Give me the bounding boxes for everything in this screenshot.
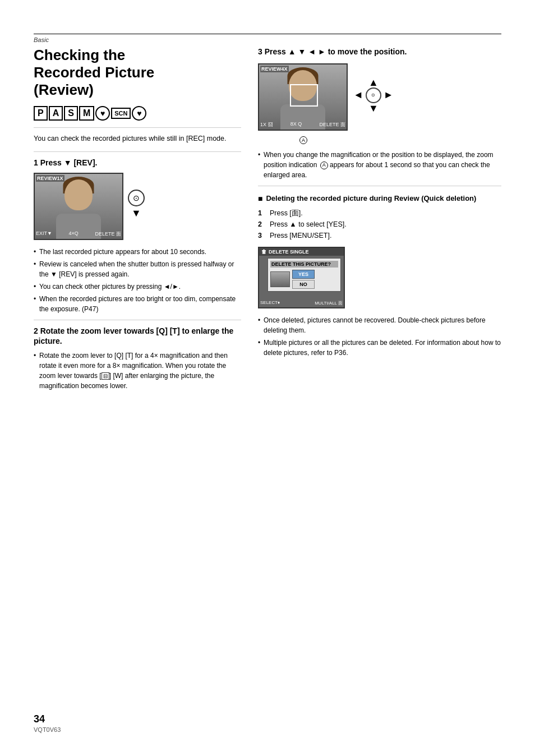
step3-8x-label: 8X Q [290,121,302,128]
arrow-right: ► [384,89,394,101]
arrow-down: ▼ [368,103,379,113]
delete-step-3: 3 Press [MENU/SET]. [258,230,501,241]
divider-2 [34,151,241,152]
step1-screen-label-top: REVIEW1X [36,175,64,182]
delete-screen: 🗑 DELETE SINGLE DELETE THIS PICTURE? YES… [258,247,345,308]
step1-zoom-lever: ⊙ ▼ [128,190,145,219]
delete-photo-thumb [270,271,290,287]
mode-heart2: ♥ [132,106,146,121]
delete-bullet-1: Once deleted, pictures cannot be recover… [258,315,501,335]
step3-screen-label-bottom: 1X 囧 8X Q DELETE 面 [260,121,345,128]
delete-no-button[interactable]: NO [292,280,315,289]
delete-section-title-text: Deleting the recorded picture during Rev… [266,194,476,202]
step1-heading: 1 Press ▼ [REV]. [34,158,241,168]
annotation-a-label: A [299,136,307,144]
step3-1x-label: 1X 囧 [260,121,273,128]
step1-bullet-4: When the recorded pictures are too brigh… [34,294,241,314]
step1-face [64,179,93,210]
mode-m: M [79,106,94,121]
step3-screen-wrap: REVIEW4X 1X 囧 8X Q DELETE 面 A ▲ [258,63,501,144]
intro-text: You can check the recorded pictures whil… [34,133,241,144]
delete-screen-footer: SELECT♦ MULTI/ALL 面 [260,300,343,306]
divider-3 [34,320,241,320]
page-code: VQT0V63 [34,726,61,733]
step1-camera-screen: REVIEW1X EXIT▼ 4×Q DELETE 面 [34,173,123,240]
delete-screen-header: 🗑 DELETE SINGLE [259,248,344,256]
step3-bullets: When you change the magnification or the… [258,150,501,180]
delete-step-1: 1 Press [面]. [258,208,501,219]
delete-dialog: DELETE THIS PICTURE? YES NO [268,258,341,292]
step3-heading-text: 3 Press ▲ ▼ ◄ ► to move the position. [258,47,407,56]
arrow-left: ◄ [353,89,363,101]
delete-yes-button[interactable]: YES [292,270,315,279]
delete-dialog-row: YES NO [270,270,338,289]
delete-steps-list: 1 Press [面]. 2 Press ▲ to select [YES]. … [258,208,501,241]
step2-heading: 2 Rotate the zoom lever towards [Q] [T] … [34,326,241,346]
step3-heading: 3 Press ▲ ▼ ◄ ► to move the position. [258,47,501,58]
page-footer: 34 VQT0V63 [34,713,61,734]
section-label: Basic [34,36,501,43]
annotation-a-inline: A [320,162,328,169]
delete-footer-select: SELECT♦ [260,300,280,306]
page-title: Checking theRecorded Picture(Review) [34,47,241,99]
mode-s: S [64,106,78,121]
step1-bullets: The last recorded picture appears for ab… [34,247,241,314]
step1-bullet-2: Review is canceled when the shutter butt… [34,259,241,279]
mode-p: P [34,106,48,121]
page: Basic Checking theRecorded Picture(Revie… [0,0,535,756]
step3-camera-screen: REVIEW4X 1X 囧 8X Q DELETE 面 [258,63,348,131]
step3-annotation-a: A [258,136,348,144]
step1-bullet-3: You can check other pictures by pressing… [34,282,241,292]
delete-bullets: Once deleted, pictures cannot be recover… [258,315,501,358]
top-rule [34,34,501,34]
step1-person-bg [35,174,122,239]
step3-screen-container: REVIEW4X 1X 囧 8X Q DELETE 面 A [258,63,348,144]
mode-heart1: ♥ [95,106,110,121]
delete-step-2: 2 Press ▲ to select [YES]. [258,219,501,230]
main-columns: Checking theRecorded Picture(Review) P A… [34,47,501,393]
step1-down-arrow: ▼ [131,208,141,219]
step1-bullet-1: The last recorded picture appears for ab… [34,247,241,257]
step2-bullets: Rotate the zoom lever to [Q] [T] for a 4… [34,351,241,391]
page-number: 34 [34,713,61,725]
step1-exit-label: EXIT▼ [36,231,52,238]
arrow-mid-row: ◄ ⊙ ► [353,87,394,103]
delete-bullet-2: Multiple pictures or all the pictures ca… [258,338,501,358]
divider-1 [34,127,241,128]
delete-dialog-title: DELETE THIS PICTURE? [270,261,338,268]
mode-icons-row: P A S M ♥ SCN ♥ [34,106,241,121]
left-column: Checking theRecorded Picture(Review) P A… [34,47,241,393]
delete-section-title: Deleting the recorded picture during Rev… [258,194,501,203]
step1-delete-label: DELETE 面 [95,231,121,238]
nav-center: ⊙ [366,87,381,103]
step3-review-box [290,84,318,107]
step1-zoom-label: 4×Q [69,231,79,238]
step3-arrow-nav: ▲ ◄ ⊙ ► ▼ [353,77,394,113]
right-column: 3 Press ▲ ▼ ◄ ► to move the position. RE… [258,47,501,393]
divider-4 [258,186,501,186]
delete-footer-multi: MULTI/ALL 面 [315,300,343,306]
mode-a: A [49,106,63,121]
delete-buttons: YES NO [292,270,315,289]
step3-screen-label-top: REVIEW4X [260,66,289,72]
step1-screen-label-bottom: EXIT▼ 4×Q DELETE 面 [36,231,121,238]
step3-bullet-1: When you change the magnification or the… [258,150,501,180]
mode-scn: SCN [111,108,131,119]
step2-bullet-1: Rotate the zoom lever to [Q] [T] for a 4… [34,351,241,391]
step1-screen-wrap: REVIEW1X EXIT▼ 4×Q DELETE 面 ⊙ ▼ [34,173,241,240]
delete-screen-title: DELETE SINGLE [269,249,309,255]
zoom-lever-circle: ⊙ [128,190,145,206]
arrow-up: ▲ [368,77,379,87]
step3-delete-label: DELETE 面 [319,121,345,128]
